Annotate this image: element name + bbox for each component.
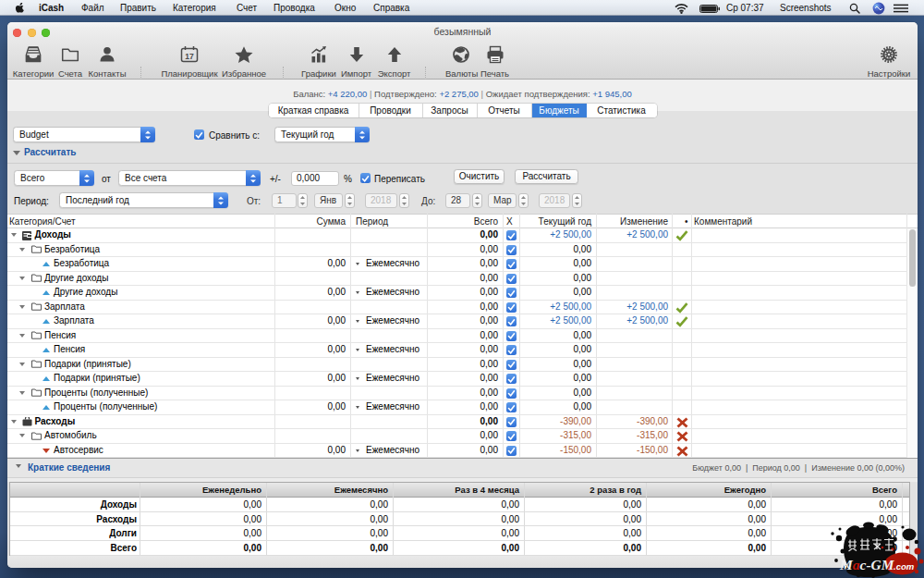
svg-text:Mac-GM: Mac-GM — [839, 557, 895, 572]
svg-text:.com: .com — [894, 561, 915, 572]
svg-text:17: 17 — [185, 52, 194, 61]
